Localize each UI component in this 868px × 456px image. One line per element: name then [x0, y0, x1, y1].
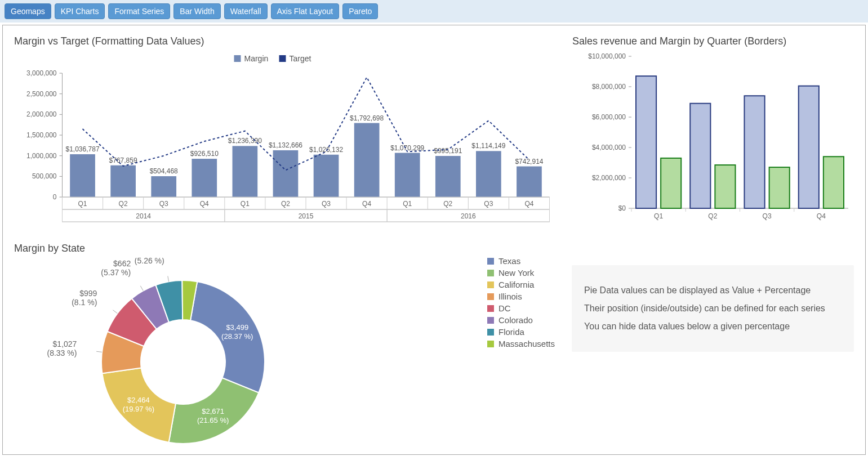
info-line-3: You can hide data values below a given p…	[584, 321, 842, 332]
svg-text:$10,000,000: $10,000,000	[588, 52, 626, 60]
chart-margin-by-state: Margin by State $3,499(28.37 %)$2,671(21…	[14, 243, 352, 451]
svg-text:Q1: Q1	[654, 212, 663, 220]
bar[interactable]	[435, 156, 461, 197]
dashboard: Margin vs Target (Formatting Data Values…	[2, 25, 866, 455]
bar[interactable]	[151, 176, 176, 197]
bar-sales[interactable]	[636, 76, 656, 208]
legend-label: New York	[498, 268, 534, 278]
legend-item[interactable]: New York	[487, 268, 555, 278]
chart1-svg[interactable]: MarginTarget0500,0001,000,0001,500,0002,…	[14, 51, 555, 231]
svg-text:$504,468: $504,468	[150, 167, 178, 175]
legend-item[interactable]: Massachusetts	[487, 339, 555, 348]
info-panel: Pie Data values can be displayed as Valu…	[572, 265, 854, 352]
bar[interactable]	[192, 159, 217, 197]
bar-margin[interactable]	[769, 167, 790, 208]
svg-text:2014: 2014	[136, 212, 151, 220]
svg-text:$1,132,666: $1,132,666	[269, 141, 302, 149]
svg-text:Q3: Q3	[484, 200, 493, 208]
bar[interactable]	[110, 166, 136, 197]
svg-line-101	[168, 276, 169, 281]
bar[interactable]	[314, 155, 339, 197]
chart1-title: Margin vs Target (Formatting Data Values…	[14, 35, 555, 47]
legend-swatch-icon	[487, 329, 494, 336]
legend-item[interactable]: California	[487, 280, 555, 289]
chart-sales-margin-quarter: Sales revenue and Margin by Quarter (Bor…	[572, 35, 854, 233]
svg-text:2016: 2016	[461, 212, 476, 220]
bar-margin[interactable]	[715, 165, 735, 208]
svg-text:$742,914: $742,914	[515, 158, 543, 166]
svg-text:$1,236,390: $1,236,390	[228, 137, 262, 145]
bar-margin[interactable]	[661, 158, 681, 208]
svg-text:$3,499: $3,499	[226, 323, 248, 332]
svg-text:$1,114,149: $1,114,149	[471, 142, 505, 150]
bar[interactable]	[395, 153, 420, 197]
legend-label: DC	[498, 303, 511, 313]
svg-text:2015: 2015	[299, 212, 314, 220]
info-line-1: Pie Data values can be displayed as Valu…	[584, 285, 842, 296]
legend-swatch-icon	[487, 305, 494, 312]
legend-swatch-icon	[487, 270, 494, 276]
legend-item[interactable]: DC	[487, 303, 555, 313]
chart2-svg[interactable]: $0$2,000,000$4,000,000$6,000,000$8,000,0…	[572, 51, 854, 225]
svg-text:0: 0	[53, 193, 57, 201]
donut-legend: TexasNew YorkCaliforniaIllinoisDCColorad…	[487, 254, 555, 351]
tab-pareto[interactable]: Pareto	[342, 3, 378, 19]
legend-item[interactable]: Colorado	[487, 315, 555, 325]
chart3-svg[interactable]: $3,499(28.37 %)$2,671(21.65 %)$2,464(19.…	[14, 258, 352, 449]
legend-item[interactable]: Illinois	[487, 292, 555, 301]
svg-text:500,000: 500,000	[32, 172, 57, 180]
svg-text:$2,000,000: $2,000,000	[592, 174, 626, 182]
tab-format-series[interactable]: Format Series	[108, 3, 170, 19]
svg-text:$2,464: $2,464	[127, 396, 150, 404]
svg-text:$1,036,787: $1,036,787	[66, 145, 100, 153]
bar[interactable]	[517, 167, 542, 197]
svg-text:$2,671: $2,671	[202, 407, 224, 415]
svg-line-98	[140, 286, 143, 291]
bar[interactable]	[354, 123, 380, 197]
svg-text:(5.26 %): (5.26 %)	[135, 258, 164, 265]
svg-text:$926,510: $926,510	[190, 150, 219, 158]
legend-label: Massachusetts	[498, 339, 555, 348]
svg-text:$1,027: $1,027	[53, 339, 77, 348]
svg-text:(19.97 %): (19.97 %)	[123, 405, 154, 413]
svg-text:(5.37 %): (5.37 %)	[101, 268, 131, 277]
bar[interactable]	[233, 146, 258, 197]
svg-text:$1,792,698: $1,792,698	[350, 114, 384, 122]
tab-geomaps[interactable]: Geomaps	[5, 3, 51, 19]
legend-item[interactable]: Texas	[487, 256, 555, 266]
target-line[interactable]	[83, 77, 529, 170]
svg-text:Q3: Q3	[159, 200, 168, 208]
legend-swatch-icon	[487, 293, 494, 300]
svg-text:Q4: Q4	[362, 200, 371, 208]
svg-text:$4,000,000: $4,000,000	[592, 144, 626, 151]
legend-label: Texas	[498, 256, 520, 266]
tab-axis-flat-layout[interactable]: Axis Flat Layout	[271, 3, 340, 19]
tab-bar-width[interactable]: Bar Width	[173, 3, 220, 19]
bar-margin[interactable]	[824, 157, 844, 208]
svg-text:$995,191: $995,191	[434, 147, 462, 155]
bar-sales[interactable]	[745, 96, 765, 208]
svg-text:Q2: Q2	[443, 200, 452, 208]
bar-sales[interactable]	[799, 86, 819, 208]
tab-kpi-charts[interactable]: KPI Charts	[55, 3, 105, 19]
svg-text:Q4: Q4	[817, 212, 826, 220]
legend-swatch-icon	[487, 317, 494, 324]
legend-label: Florida	[498, 327, 524, 337]
bar[interactable]	[273, 150, 299, 197]
svg-text:Q1: Q1	[403, 200, 412, 208]
bar[interactable]	[476, 151, 501, 197]
chart3-title: Margin by State	[14, 243, 352, 254]
legend-label: Colorado	[498, 315, 533, 325]
svg-text:1,500,000: 1,500,000	[26, 131, 57, 139]
bar[interactable]	[70, 154, 95, 197]
svg-text:Q4: Q4	[524, 200, 533, 208]
svg-text:1,000,000: 1,000,000	[26, 152, 57, 160]
legend-item[interactable]: Florida	[487, 327, 555, 337]
svg-text:$999: $999	[79, 289, 97, 298]
svg-text:Margin: Margin	[244, 54, 269, 63]
tab-waterfall[interactable]: Waterfall	[224, 3, 268, 19]
svg-text:(8.33 %): (8.33 %)	[47, 348, 77, 357]
legend-swatch-icon	[487, 341, 494, 347]
legend-label: California	[498, 280, 534, 289]
bar-sales[interactable]	[690, 104, 710, 208]
